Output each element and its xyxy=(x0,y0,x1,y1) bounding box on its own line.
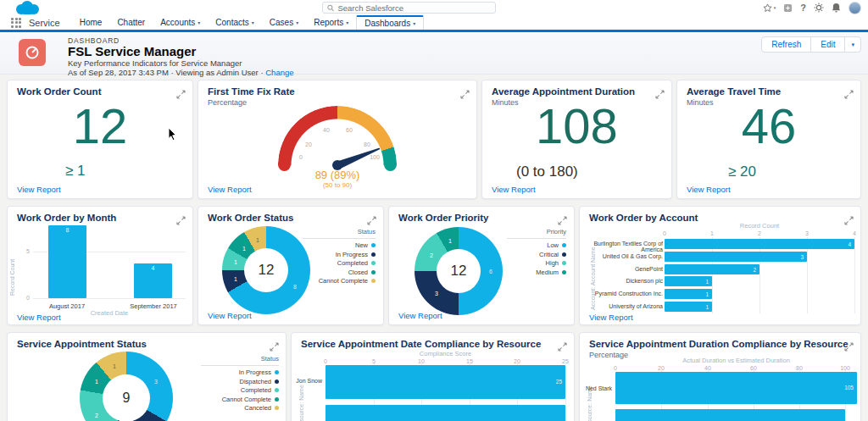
view-report-link[interactable]: View Report xyxy=(687,185,731,194)
widget-title: Average Travel Time xyxy=(687,86,781,97)
x-tick: 1 xyxy=(710,230,714,236)
setup-gear-icon[interactable] xyxy=(814,3,824,13)
view-report-link[interactable]: View Report xyxy=(589,313,633,322)
widget-work-order-count: Work Order Count 12 ≥ 1 View Report xyxy=(7,80,193,199)
help-icon[interactable]: ? xyxy=(800,3,806,13)
category-label: Jon Snow xyxy=(292,378,322,384)
chevron-down-icon: ▾ xyxy=(413,20,415,26)
legend-title: Status xyxy=(303,228,376,239)
legend-dot xyxy=(371,261,376,265)
bar-row-2[interactable] xyxy=(615,409,845,421)
bar-value: 2 xyxy=(665,267,760,273)
salesforce-dashboard-screen: ▾ ? Service Home Chatter Accounts▾ Conta… xyxy=(0,0,868,421)
expand-icon[interactable] xyxy=(558,213,567,229)
donut-center-value: 12 xyxy=(244,248,288,292)
metric-value: 12 xyxy=(8,101,192,152)
bar-row-2[interactable] xyxy=(326,405,565,421)
view-report-link[interactable]: View Report xyxy=(398,311,442,320)
legend-item: Closed xyxy=(303,269,376,277)
widget-title: Work Order Priority xyxy=(398,213,489,223)
legend-item: Completed xyxy=(201,386,279,395)
dashboard-icon xyxy=(19,39,46,66)
user-avatar[interactable] xyxy=(849,2,861,14)
metric-value: 108 xyxy=(482,101,671,152)
legend-label: Critical xyxy=(539,251,559,258)
chart-legend: Status In Progress Dispatched Completed … xyxy=(201,355,279,413)
legend-label: Completed xyxy=(337,259,368,267)
legend-title: Status xyxy=(201,355,279,366)
x-tick: 4 xyxy=(853,230,856,236)
widget-title: Average Appointment Duration xyxy=(492,86,635,97)
tab-cases[interactable]: Cases▾ xyxy=(262,15,306,30)
legend-item: In Progress xyxy=(303,251,376,259)
widget-service-appointment-status: Service Appointment Status 9 3 2 2 1 1 S… xyxy=(7,332,287,421)
view-report-link[interactable]: View Report xyxy=(208,185,252,194)
bar-august-2017[interactable] xyxy=(48,225,86,298)
legend-item: Critical xyxy=(507,251,566,259)
widget-sa-date-compliance: Service Appointment Date Compliance by R… xyxy=(291,332,575,421)
gauge-tick: 40 xyxy=(323,127,330,133)
gridline xyxy=(33,298,186,299)
app-launcher-icon[interactable] xyxy=(11,18,21,28)
tab-home[interactable]: Home xyxy=(72,15,110,30)
tab-dashboards[interactable]: Dashboards▾ xyxy=(356,15,424,30)
tab-label: Accounts xyxy=(160,18,195,27)
legend-item: Cannot Complete xyxy=(201,396,279,404)
y-axis-title: Account: Account Name xyxy=(590,242,596,310)
segment-value: 1 xyxy=(234,276,237,282)
segment-value: 1 xyxy=(242,246,246,252)
tab-accounts[interactable]: Accounts▾ xyxy=(153,15,208,30)
widget-title: Work Order by Month xyxy=(17,213,116,223)
more-actions-button[interactable]: ▾ xyxy=(844,36,861,53)
widget-title: Service Appointment Duration Compliance … xyxy=(589,339,849,349)
x-tick: 3 xyxy=(805,230,809,236)
search-input[interactable] xyxy=(337,3,491,13)
tab-contacts[interactable]: Contacts▾ xyxy=(208,15,261,30)
legend-dot xyxy=(371,279,376,283)
view-report-link[interactable]: View Report xyxy=(208,311,252,320)
tab-label: Dashboards xyxy=(364,19,410,28)
expand-icon[interactable] xyxy=(844,340,854,355)
expand-icon[interactable] xyxy=(176,213,186,229)
view-report-link[interactable]: View Report xyxy=(17,313,61,322)
expand-icon[interactable] xyxy=(367,213,376,229)
widget-subtitle: Percentage xyxy=(208,98,247,107)
chevron-down-icon: ▾ xyxy=(346,19,348,25)
expand-icon[interactable] xyxy=(460,87,470,102)
global-header: ▾ ? xyxy=(0,0,868,15)
add-icon[interactable] xyxy=(783,3,793,13)
app-name[interactable]: Service xyxy=(29,18,60,28)
chevron-down-icon: ▾ xyxy=(296,19,298,25)
legend-dot xyxy=(371,270,376,274)
donut-chart[interactable]: 12 8 1 1 1 1 xyxy=(222,226,310,314)
widget-work-order-priority: Work Order Priority 12 6 3 2 1 Priority … xyxy=(388,206,575,325)
search-icon xyxy=(327,4,334,12)
segment-value: 3 xyxy=(435,291,438,296)
segment-value: 1 xyxy=(448,238,452,244)
notifications-bell-icon[interactable] xyxy=(832,3,841,13)
view-report-link[interactable]: View Report xyxy=(492,185,536,194)
legend-item: Cannot Complete xyxy=(303,277,376,285)
expand-icon[interactable] xyxy=(270,340,279,355)
legend-dot xyxy=(275,397,279,402)
legend-label: Cannot Complete xyxy=(319,277,368,285)
widget-title: Service Appointment Status xyxy=(17,339,147,349)
tab-label: Reports xyxy=(314,18,343,27)
favorites-star-icon[interactable]: ▾ xyxy=(763,3,776,13)
refresh-button[interactable]: Refresh xyxy=(761,36,811,53)
legend-dot xyxy=(275,406,279,410)
gauge-chart[interactable]: 0 20 40 60 80 100 xyxy=(278,106,397,165)
segment-value: 2 xyxy=(95,413,98,418)
view-report-link[interactable]: View Report xyxy=(17,185,61,194)
x-axis-title: Actual Duration vs Estimated Duration xyxy=(615,357,857,364)
change-viewer-link[interactable]: Change xyxy=(265,68,293,77)
widget-work-order-by-month: Work Order by Month Record Count 5 0 8 4… xyxy=(7,206,193,325)
tab-reports[interactable]: Reports▾ xyxy=(306,15,356,30)
donut-chart[interactable]: 9 3 2 2 1 1 xyxy=(80,352,173,421)
global-search[interactable] xyxy=(322,2,496,14)
legend-item: New xyxy=(303,241,376,250)
edit-button[interactable]: Edit xyxy=(810,36,845,53)
tab-chatter[interactable]: Chatter xyxy=(109,15,153,30)
donut-chart[interactable]: 12 6 3 2 1 xyxy=(415,227,503,315)
meta-text: As of Sep 28, 2017 3:43 PM · Viewing as … xyxy=(68,68,264,77)
